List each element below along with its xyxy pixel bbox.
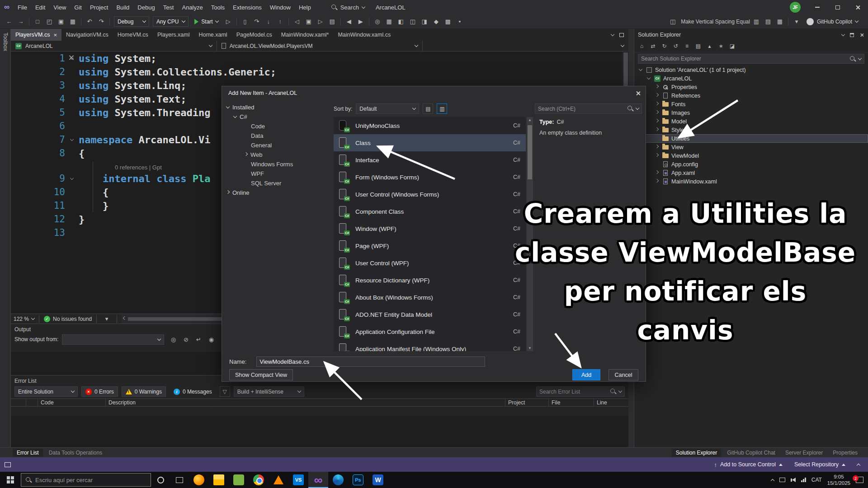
align-left-icon[interactable]: ◧ (396, 16, 406, 27)
switch-icon[interactable]: ⇄ (648, 41, 658, 51)
start-debug-button[interactable]: Start (191, 16, 222, 27)
menu-file[interactable]: File (14, 0, 31, 14)
step-into-icon[interactable]: ↓ (263, 16, 274, 27)
align-center-icon[interactable]: ◫ (407, 16, 418, 27)
dialog-title-bar[interactable]: Add New Item - ArcaneLOL (222, 86, 646, 100)
tab-pagemodel-cs[interactable]: PageModel.cs (232, 29, 277, 41)
fold-marker-icon[interactable] (65, 178, 79, 179)
platform-select[interactable]: Any CPU (153, 16, 189, 27)
solution-item-utilities[interactable]: Utilities (634, 134, 868, 143)
template-about-box-windows-forms[interactable]: C#About Box (Windows Forms)C# (334, 289, 526, 306)
maximize-button[interactable] (827, 0, 848, 14)
back-icon[interactable]: ← (4, 16, 14, 27)
solution-item-model[interactable]: Model (634, 117, 868, 126)
dialog-category-data[interactable]: Data (226, 131, 330, 141)
taskbar-photoshop-icon[interactable]: Ps (348, 472, 368, 488)
solution-explorer-search[interactable] (638, 54, 864, 64)
properties-icon[interactable]: ∗ (716, 41, 726, 51)
column-header-line[interactable]: Line (594, 399, 628, 406)
wrap-icon[interactable]: ↵ (193, 334, 204, 345)
tab-home-xaml[interactable]: Home.xaml (194, 29, 231, 41)
fold-marker-icon[interactable] (65, 139, 79, 141)
tab-mainwindow-xaml-cs[interactable]: MainWindow.xaml.cs (333, 29, 395, 41)
solution-item-view[interactable]: View (634, 143, 868, 151)
solution-item-fonts[interactable]: Fonts (634, 100, 868, 108)
taskbar-word-icon[interactable]: W (368, 472, 388, 488)
messages-toggle[interactable]: i 0 Messages (170, 386, 216, 397)
toolbox-strip[interactable]: Toolbox (0, 29, 11, 447)
tab-playersvm-cs[interactable]: PlayersVM.cs× (11, 29, 61, 41)
tab-navigationvm-cs[interactable]: NavigationVM.cs (61, 29, 113, 41)
grid-icon[interactable]: ▦ (384, 16, 395, 27)
quick-actions-icon[interactable] (68, 54, 75, 61)
solution-item-styles[interactable]: Styles (634, 126, 868, 134)
taskbar-greenshot-icon[interactable] (229, 472, 249, 488)
bookmarks-icon[interactable]: ▤ (327, 16, 338, 27)
equal-horizontal-icon[interactable]: ▥ (751, 16, 762, 27)
template-user-control-windows-forms[interactable]: C#User Control (Windows Forms)C# (334, 186, 526, 203)
chevron-right-icon[interactable] (654, 112, 660, 113)
cortana-button[interactable] (151, 472, 170, 488)
debug-configuration-select[interactable]: Debug (114, 16, 149, 27)
template-window-wpf[interactable]: C#Window (WPF)C# (334, 220, 526, 237)
health-status-label[interactable]: No issues found (53, 316, 92, 322)
step-over-icon[interactable]: ↷ (251, 16, 262, 27)
save-all-icon[interactable]: ▦ (67, 16, 78, 27)
home-icon[interactable]: ⌂ (637, 41, 646, 51)
refresh-icon[interactable]: ↺ (671, 41, 680, 51)
dialog-category-general[interactable]: General (226, 141, 330, 150)
show-compact-view-button[interactable]: Show Compact View (229, 369, 293, 380)
panel-tab-solution-explorer[interactable]: Solution Explorer (672, 449, 721, 457)
template-interface[interactable]: C#InterfaceC# (334, 151, 526, 169)
taskbar-chrome-icon[interactable] (249, 472, 269, 488)
column-header-code[interactable]: Code (38, 399, 106, 406)
vs-search-box[interactable]: Search (327, 2, 369, 13)
overflow-icon[interactable]: ▾ (791, 16, 802, 27)
template-user-control-wpf[interactable]: C#User Control (WPF)C# (334, 254, 526, 272)
chevron-right-icon[interactable] (654, 155, 660, 156)
scrollbar-thumb[interactable] (528, 125, 532, 179)
select-repository-button[interactable]: Select Repository (794, 461, 845, 468)
panel-tab-properties[interactable]: Properties (829, 449, 862, 457)
dialog-category-wpf[interactable]: WPF (226, 169, 330, 178)
name-field[interactable] (256, 357, 485, 367)
nest-icon[interactable]: ≡ (682, 41, 692, 51)
taskbar-file-explorer-icon[interactable] (209, 472, 229, 488)
panel-tab-error-list[interactable]: Error List (13, 449, 43, 457)
tab-players-xaml[interactable]: Players.xaml (153, 29, 194, 41)
sort-by-select[interactable]: Default (356, 103, 419, 114)
small-icons-view-button[interactable]: ▥ (437, 103, 447, 114)
grid-layout-icon[interactable]: ▦ (774, 16, 785, 27)
column-header-project[interactable]: Project (505, 399, 549, 406)
anchor-icon[interactable]: ◆ (431, 16, 442, 27)
taskbar-search-input[interactable] (35, 477, 146, 483)
display-icon[interactable] (779, 478, 785, 482)
solution-item-properties[interactable]: Properties (634, 83, 868, 91)
solution-item-arcanelol[interactable]: C#ArcaneLOL (634, 74, 868, 83)
save-icon[interactable]: ▣ (56, 16, 66, 27)
menu-test[interactable]: Test (159, 0, 178, 14)
forward-icon[interactable]: → (15, 16, 26, 27)
filter-icon[interactable]: ▽ (220, 386, 230, 397)
language-indicator[interactable]: CAT (811, 477, 822, 483)
template-form-windows-forms[interactable]: C#Form (Windows Forms)C# (334, 169, 526, 186)
solution-item-images[interactable]: Images (634, 108, 868, 117)
type-dropdown[interactable]: ArcaneLOL.ViewModel.PlayersVM (217, 41, 423, 51)
network-icon[interactable] (801, 478, 806, 482)
zoom-level[interactable]: 122 % (14, 316, 29, 322)
dialog-close-button[interactable] (630, 86, 646, 100)
notifications-icon[interactable]: 2 (856, 477, 863, 483)
chevron-right-icon[interactable] (654, 103, 660, 105)
volume-icon[interactable] (791, 478, 796, 482)
solution-item-references[interactable]: References (634, 91, 868, 100)
new-file-icon[interactable]: □ (32, 16, 43, 27)
codelens-text[interactable]: 0 references | Gpt (115, 164, 162, 172)
document-list-chevron-icon[interactable] (611, 32, 614, 36)
undo-icon[interactable]: ↶ (84, 16, 95, 27)
bookmark-next-icon[interactable]: ▷ (315, 16, 326, 27)
dialog-category-windows-forms[interactable]: Windows Forms (226, 160, 330, 169)
redo-icon[interactable]: ↷ (96, 16, 107, 27)
solution-explorer-search-input[interactable] (641, 56, 847, 62)
menu-analyze[interactable]: Analyze (178, 0, 207, 14)
vertical-spacing-button[interactable]: ◫ Make Vertical Spacing Equal (667, 16, 750, 27)
